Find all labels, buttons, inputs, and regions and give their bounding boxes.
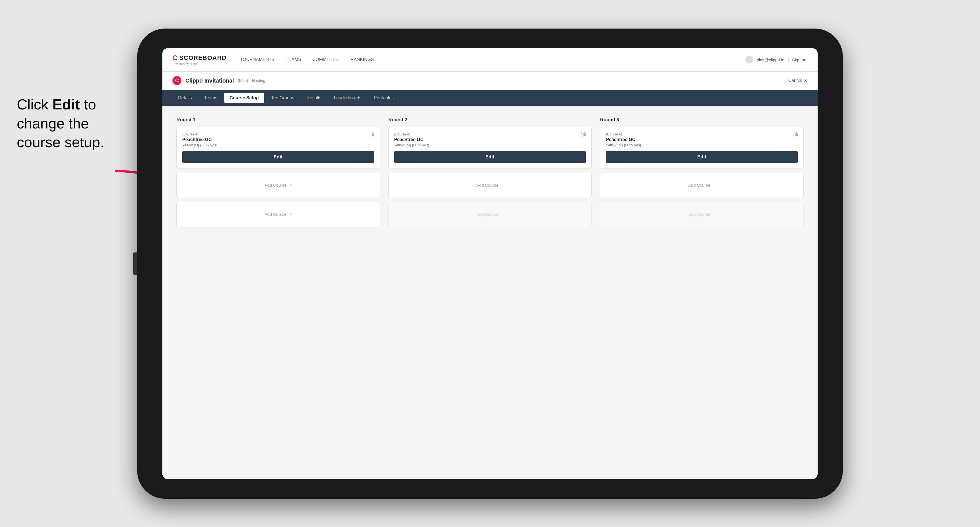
round-3-course-name: Peachtree GC: [606, 137, 798, 142]
plus-icon-2: +: [289, 211, 292, 217]
logo-subtitle: Powered by clippd: [172, 62, 226, 65]
top-navigation: C SCOREBOARD Powered by clippd TOURNAMEN…: [162, 48, 818, 71]
round-1-label: Round 1: [177, 117, 380, 122]
hosting-badge: Hosting: [252, 78, 265, 83]
trash-icon-3: 🗑: [795, 132, 799, 136]
add-course-2-text: Add Course: [264, 212, 286, 217]
round-1-course-card: 🗑 (Course A) Peachtree GC Yellow (M) (66…: [177, 127, 380, 169]
round-2-label: Round 2: [388, 117, 592, 122]
tournament-name: Clippd Invitational: [185, 78, 234, 84]
round-3-delete-button[interactable]: 🗑: [793, 131, 800, 137]
round-1-course-details: Yellow (M) (6629 yds): [182, 143, 374, 147]
round-2-edit-button[interactable]: Edit: [394, 151, 586, 163]
cancel-x-icon: ✕: [804, 78, 808, 83]
plus-icon-r3-2: +: [713, 211, 716, 217]
main-content: Round 1 🗑 (Course A) Peachtree GC Yellow…: [162, 106, 818, 479]
round-2-add-course-2-text: Add Course: [476, 212, 498, 217]
round-1-course-label: (Course A): [182, 132, 374, 136]
round-3-course-label: (Course A): [606, 132, 798, 136]
round-3-add-course-2-text: Add Course: [688, 212, 710, 217]
tournament-info: C Clippd Invitational (Men) Hosting: [172, 76, 265, 85]
tablet-device: C SCOREBOARD Powered by clippd TOURNAMEN…: [137, 29, 843, 499]
tab-printables[interactable]: Printables: [368, 93, 399, 103]
round-2-course-name: Peachtree GC: [394, 137, 586, 142]
round-3-course-card: 🗑 (Course A) Peachtree GC Yellow (M) (66…: [600, 127, 803, 169]
logo-c-icon: C: [172, 54, 178, 62]
tab-course-setup[interactable]: Course Setup: [224, 93, 264, 103]
tab-details[interactable]: Details: [172, 93, 197, 103]
plus-icon-r2-1: +: [501, 182, 504, 188]
nav-link-committee[interactable]: COMMITTEE: [312, 57, 339, 62]
round-1-add-course-2[interactable]: Add Course +: [177, 202, 380, 227]
round-3-add-course-1[interactable]: Add Course +: [600, 173, 803, 198]
round-2-course-label: (Course A): [394, 132, 586, 136]
annotation-bold: Edit: [52, 96, 80, 113]
round-2-add-course-2: Add Course +: [388, 202, 592, 227]
trash-icon: 🗑: [371, 132, 375, 136]
round-1-add-course-1[interactable]: Add Course +: [177, 173, 380, 198]
tab-bar: Details Teams Course Setup Tee Groups Re…: [162, 90, 818, 106]
round-1-delete-button[interactable]: 🗑: [370, 131, 376, 137]
tab-teams[interactable]: Teams: [199, 93, 223, 103]
round-1-edit-button[interactable]: Edit: [182, 151, 374, 163]
logo-title: C SCOREBOARD: [172, 54, 226, 62]
round-3-label: Round 3: [600, 117, 803, 122]
round-3-add-course-1-text: Add Course: [688, 183, 710, 187]
tab-leaderboards[interactable]: Leaderboards: [328, 93, 367, 103]
tablet-screen: C SCOREBOARD Powered by clippd TOURNAMEN…: [162, 48, 818, 479]
tab-tee-groups[interactable]: Tee Groups: [266, 93, 300, 103]
tablet-side-button: [133, 252, 137, 275]
nav-link-tournaments[interactable]: TOURNAMENTS: [240, 57, 274, 62]
nav-user-area: blair@clippd.io | Sign out: [745, 56, 808, 63]
tournament-logo: C: [172, 76, 181, 85]
cancel-button[interactable]: Cancel ✕: [788, 78, 808, 83]
nav-separator: |: [788, 57, 789, 62]
round-1-column: Round 1 🗑 (Course A) Peachtree GC Yellow…: [177, 117, 380, 231]
sign-out-link[interactable]: Sign out: [792, 57, 808, 62]
plus-icon-r2-2: +: [501, 211, 504, 217]
round-1-course-name: Peachtree GC: [182, 137, 374, 142]
nav-links: TOURNAMENTS TEAMS COMMITTEE RANKINGS: [240, 57, 745, 62]
nav-link-rankings[interactable]: RANKINGS: [350, 57, 374, 62]
logo-text: SCOREBOARD: [179, 54, 226, 62]
round-3-course-details: Yellow (M) (6629 yds): [606, 143, 798, 147]
user-avatar: [745, 56, 753, 63]
add-course-1-text: Add Course: [264, 183, 286, 187]
round-2-course-details: Yellow (M) (6629 yds): [394, 143, 586, 147]
trash-icon-2: 🗑: [583, 132, 587, 136]
round-3-add-course-2: Add Course +: [600, 202, 803, 227]
round-2-course-card: 🗑 (Course A) Peachtree GC Yellow (M) (66…: [388, 127, 592, 169]
user-email: blair@clippd.io: [757, 57, 784, 62]
round-3-column: Round 3 🗑 (Course A) Peachtree GC Yellow…: [600, 117, 803, 231]
rounds-grid: Round 1 🗑 (Course A) Peachtree GC Yellow…: [177, 117, 803, 231]
annotation-text: Click Edit tochange thecourse setup.: [17, 95, 104, 152]
tab-results[interactable]: Results: [301, 93, 327, 103]
plus-icon-r3-1: +: [713, 182, 716, 188]
round-2-add-course-1[interactable]: Add Course +: [388, 173, 592, 198]
app-logo: C SCOREBOARD Powered by clippd: [172, 54, 226, 65]
round-2-delete-button[interactable]: 🗑: [581, 131, 588, 137]
sub-header: C Clippd Invitational (Men) Hosting Canc…: [162, 71, 818, 90]
round-2-add-course-1-text: Add Course: [476, 183, 498, 187]
round-2-column: Round 2 🗑 (Course A) Peachtree GC Yellow…: [388, 117, 592, 231]
gender-badge: (Men): [238, 78, 248, 83]
round-3-edit-button[interactable]: Edit: [606, 151, 798, 163]
plus-icon-1: +: [289, 182, 292, 188]
nav-link-teams[interactable]: TEAMS: [286, 57, 301, 62]
